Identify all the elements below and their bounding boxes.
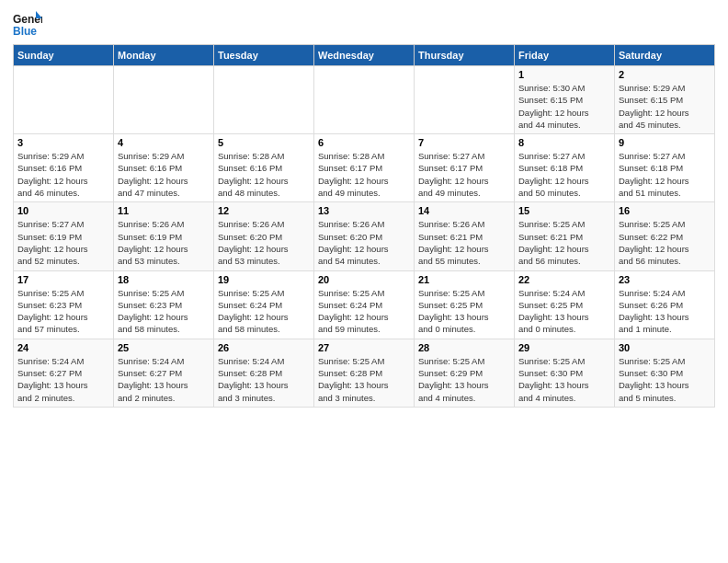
- day-number: 6: [318, 137, 410, 148]
- day-number: 5: [218, 137, 310, 148]
- day-info: Sunrise: 5:26 AM Sunset: 6:21 PM Dayligh…: [418, 218, 510, 267]
- day-number: 30: [619, 342, 711, 353]
- day-number: 24: [17, 342, 109, 353]
- day-info: Sunrise: 5:26 AM Sunset: 6:19 PM Dayligh…: [118, 218, 210, 267]
- day-cell: [314, 66, 415, 134]
- day-cell: 27Sunrise: 5:25 AM Sunset: 6:28 PM Dayli…: [314, 339, 415, 407]
- day-cell: 21Sunrise: 5:25 AM Sunset: 6:25 PM Dayli…: [415, 270, 515, 339]
- day-number: 18: [118, 274, 210, 285]
- day-cell: 24Sunrise: 5:24 AM Sunset: 6:27 PM Dayli…: [14, 339, 114, 407]
- day-cell: [114, 66, 214, 134]
- weekday-saturday: Saturday: [615, 45, 715, 66]
- day-cell: 3Sunrise: 5:29 AM Sunset: 6:16 PM Daylig…: [14, 134, 114, 202]
- weekday-wednesday: Wednesday: [314, 45, 415, 66]
- day-cell: 23Sunrise: 5:24 AM Sunset: 6:26 PM Dayli…: [615, 270, 715, 339]
- day-number: 11: [118, 205, 210, 216]
- day-info: Sunrise: 5:29 AM Sunset: 6:15 PM Dayligh…: [619, 82, 711, 131]
- day-info: Sunrise: 5:25 AM Sunset: 6:25 PM Dayligh…: [418, 287, 510, 336]
- day-cell: 15Sunrise: 5:25 AM Sunset: 6:21 PM Dayli…: [515, 202, 615, 270]
- day-info: Sunrise: 5:27 AM Sunset: 6:18 PM Dayligh…: [518, 150, 610, 199]
- day-number: 8: [518, 137, 610, 148]
- day-info: Sunrise: 5:27 AM Sunset: 6:18 PM Dayligh…: [619, 150, 711, 199]
- day-info: Sunrise: 5:27 AM Sunset: 6:19 PM Dayligh…: [17, 218, 109, 267]
- day-number: 9: [619, 137, 711, 148]
- calendar-table: SundayMondayTuesdayWednesdayThursdayFrid…: [13, 44, 715, 408]
- weekday-thursday: Thursday: [415, 45, 515, 66]
- day-info: Sunrise: 5:30 AM Sunset: 6:15 PM Dayligh…: [518, 82, 610, 131]
- day-info: Sunrise: 5:25 AM Sunset: 6:28 PM Dayligh…: [318, 355, 410, 404]
- day-cell: 25Sunrise: 5:24 AM Sunset: 6:27 PM Dayli…: [114, 339, 214, 407]
- day-info: Sunrise: 5:25 AM Sunset: 6:30 PM Dayligh…: [518, 355, 610, 404]
- day-info: Sunrise: 5:25 AM Sunset: 6:23 PM Dayligh…: [118, 287, 210, 336]
- day-number: 17: [17, 274, 109, 285]
- weekday-friday: Friday: [515, 45, 615, 66]
- day-info: Sunrise: 5:24 AM Sunset: 6:27 PM Dayligh…: [118, 355, 210, 404]
- day-cell: 30Sunrise: 5:25 AM Sunset: 6:30 PM Dayli…: [615, 339, 715, 407]
- day-info: Sunrise: 5:24 AM Sunset: 6:28 PM Dayligh…: [218, 355, 310, 404]
- day-number: 20: [318, 274, 410, 285]
- day-cell: 16Sunrise: 5:25 AM Sunset: 6:22 PM Dayli…: [615, 202, 715, 270]
- day-number: 16: [619, 205, 711, 216]
- day-info: Sunrise: 5:25 AM Sunset: 6:21 PM Dayligh…: [518, 218, 610, 267]
- day-info: Sunrise: 5:27 AM Sunset: 6:17 PM Dayligh…: [418, 150, 510, 199]
- day-cell: 14Sunrise: 5:26 AM Sunset: 6:21 PM Dayli…: [415, 202, 515, 270]
- day-cell: 7Sunrise: 5:27 AM Sunset: 6:17 PM Daylig…: [415, 134, 515, 202]
- day-cell: [14, 66, 114, 134]
- weekday-tuesday: Tuesday: [214, 45, 314, 66]
- day-info: Sunrise: 5:25 AM Sunset: 6:29 PM Dayligh…: [418, 355, 510, 404]
- day-number: 26: [218, 342, 310, 353]
- day-number: 4: [118, 137, 210, 148]
- day-number: 12: [218, 205, 310, 216]
- day-info: Sunrise: 5:24 AM Sunset: 6:25 PM Dayligh…: [518, 287, 610, 336]
- week-row-4: 24Sunrise: 5:24 AM Sunset: 6:27 PM Dayli…: [14, 339, 715, 407]
- week-row-0: 1Sunrise: 5:30 AM Sunset: 6:15 PM Daylig…: [14, 66, 715, 134]
- day-info: Sunrise: 5:29 AM Sunset: 6:16 PM Dayligh…: [17, 150, 109, 199]
- day-cell: 12Sunrise: 5:26 AM Sunset: 6:20 PM Dayli…: [214, 202, 314, 270]
- logo-icon: General Blue: [13, 9, 42, 39]
- day-cell: 29Sunrise: 5:25 AM Sunset: 6:30 PM Dayli…: [515, 339, 615, 407]
- day-number: 7: [418, 137, 510, 148]
- day-cell: 17Sunrise: 5:25 AM Sunset: 6:23 PM Dayli…: [14, 270, 114, 339]
- day-number: 25: [118, 342, 210, 353]
- weekday-monday: Monday: [114, 45, 214, 66]
- week-row-2: 10Sunrise: 5:27 AM Sunset: 6:19 PM Dayli…: [14, 202, 715, 270]
- day-cell: 2Sunrise: 5:29 AM Sunset: 6:15 PM Daylig…: [615, 66, 715, 134]
- day-number: 23: [619, 274, 711, 285]
- day-cell: 11Sunrise: 5:26 AM Sunset: 6:19 PM Dayli…: [114, 202, 214, 270]
- day-cell: 1Sunrise: 5:30 AM Sunset: 6:15 PM Daylig…: [515, 66, 615, 134]
- day-info: Sunrise: 5:28 AM Sunset: 6:16 PM Dayligh…: [218, 150, 310, 199]
- day-cell: 19Sunrise: 5:25 AM Sunset: 6:24 PM Dayli…: [214, 270, 314, 339]
- day-info: Sunrise: 5:26 AM Sunset: 6:20 PM Dayligh…: [218, 218, 310, 267]
- svg-text:Blue: Blue: [13, 25, 37, 38]
- header: General Blue: [13, 9, 715, 39]
- day-info: Sunrise: 5:25 AM Sunset: 6:30 PM Dayligh…: [619, 355, 711, 404]
- day-number: 10: [17, 205, 109, 216]
- week-row-3: 17Sunrise: 5:25 AM Sunset: 6:23 PM Dayli…: [14, 270, 715, 339]
- day-number: 22: [518, 274, 610, 285]
- day-info: Sunrise: 5:25 AM Sunset: 6:22 PM Dayligh…: [619, 218, 711, 267]
- day-cell: 9Sunrise: 5:27 AM Sunset: 6:18 PM Daylig…: [615, 134, 715, 202]
- logo-container: General Blue: [13, 9, 42, 39]
- day-cell: 5Sunrise: 5:28 AM Sunset: 6:16 PM Daylig…: [214, 134, 314, 202]
- day-cell: 8Sunrise: 5:27 AM Sunset: 6:18 PM Daylig…: [515, 134, 615, 202]
- day-info: Sunrise: 5:26 AM Sunset: 6:20 PM Dayligh…: [318, 218, 410, 267]
- day-number: 3: [17, 137, 109, 148]
- day-number: 14: [418, 205, 510, 216]
- day-cell: 4Sunrise: 5:29 AM Sunset: 6:16 PM Daylig…: [114, 134, 214, 202]
- day-number: 1: [518, 69, 610, 80]
- week-row-1: 3Sunrise: 5:29 AM Sunset: 6:16 PM Daylig…: [14, 134, 715, 202]
- day-number: 27: [318, 342, 410, 353]
- day-cell: [415, 66, 515, 134]
- day-cell: 18Sunrise: 5:25 AM Sunset: 6:23 PM Dayli…: [114, 270, 214, 339]
- day-info: Sunrise: 5:28 AM Sunset: 6:17 PM Dayligh…: [318, 150, 410, 199]
- weekday-sunday: Sunday: [14, 45, 114, 66]
- day-number: 13: [318, 205, 410, 216]
- day-number: 2: [619, 69, 711, 80]
- day-cell: 28Sunrise: 5:25 AM Sunset: 6:29 PM Dayli…: [415, 339, 515, 407]
- day-info: Sunrise: 5:25 AM Sunset: 6:23 PM Dayligh…: [17, 287, 109, 336]
- weekday-header-row: SundayMondayTuesdayWednesdayThursdayFrid…: [14, 45, 715, 66]
- day-cell: [214, 66, 314, 134]
- day-info: Sunrise: 5:25 AM Sunset: 6:24 PM Dayligh…: [218, 287, 310, 336]
- day-info: Sunrise: 5:29 AM Sunset: 6:16 PM Dayligh…: [118, 150, 210, 199]
- day-number: 19: [218, 274, 310, 285]
